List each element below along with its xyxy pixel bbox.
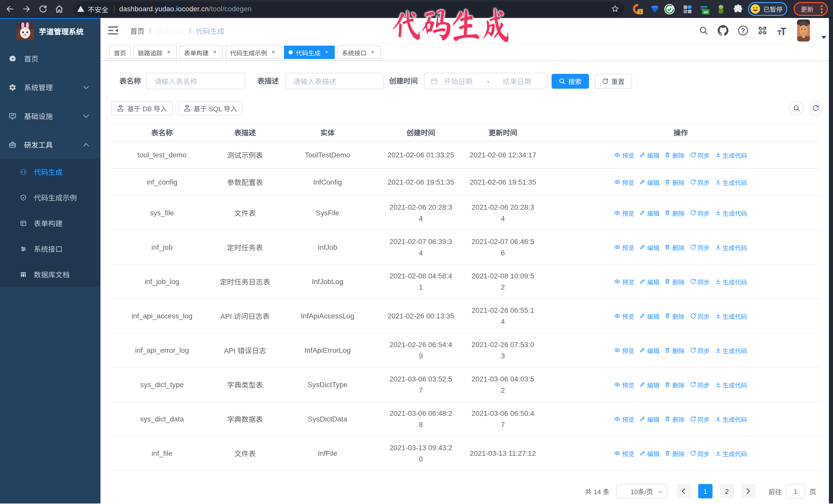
svg-text:on: on	[704, 10, 708, 14]
svg-text:1: 1	[639, 9, 642, 14]
